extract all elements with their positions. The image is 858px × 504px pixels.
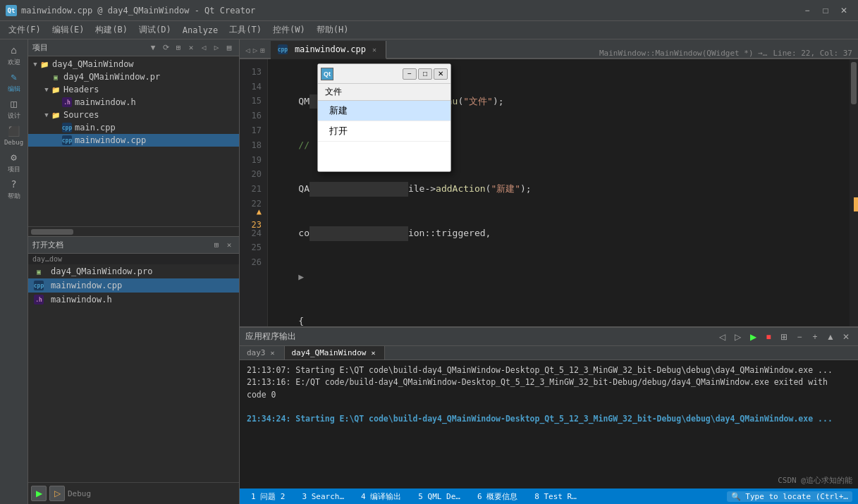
sidebar-item-design[interactable]: ◫ 设计 <box>1 96 27 121</box>
bottom-tab-day3-label: day3 <box>247 348 266 357</box>
tree-item-root[interactable]: ▼ 📁 day4_QMainWindow <box>28 58 239 70</box>
tree-arrow-root: ▼ <box>31 60 39 68</box>
status-tab-qml[interactable]: 5 QML De… <box>412 491 466 503</box>
popup-close[interactable]: ✕ <box>434 68 448 80</box>
debug-label: Debug <box>68 489 91 498</box>
popup-menu-file[interactable]: 文件 <box>321 85 346 99</box>
output-line-4: 21:34:24: Starting E:\QT code\build-day4… <box>247 413 851 425</box>
nav-split-icon[interactable]: ⊞ <box>260 46 265 55</box>
sidebar-item-project[interactable]: ⚙ 项目 <box>1 149 27 175</box>
bottom-tab-day4-close[interactable]: ✕ <box>369 349 377 357</box>
cpp-doc-icon: cpp <box>34 281 44 290</box>
close-panel-icon[interactable]: ✕ <box>185 42 197 54</box>
open-docs-split[interactable]: ⊞ <box>211 240 222 251</box>
tree-item-pro[interactable]: ▣ day4_QMainWindow.pr <box>28 70 239 83</box>
sidebar-item-welcome[interactable]: ⌂ 欢迎 <box>1 42 27 68</box>
split-icon[interactable]: ⊞ <box>173 42 184 54</box>
doc-label-mainwindow-cpp: mainwindow.cpp <box>51 281 122 290</box>
bottom-tab-day4[interactable]: day4_QMainWindow ✕ <box>285 346 386 359</box>
ln-14: 14 <box>243 80 264 94</box>
design-icon: ◫ <box>8 97 20 110</box>
sidebar-item-edit[interactable]: ✎ 编辑 <box>1 69 27 94</box>
open-docs-close[interactable]: ✕ <box>223 240 235 251</box>
tree-label-sources: Sources <box>63 110 99 120</box>
output-line-2: 21:13:16: E:/QT code/build-day4_QMainWin… <box>247 376 851 401</box>
status-tab-test[interactable]: 8 Test R… <box>529 491 582 503</box>
bottom-panel: 应用程序输出 ◁ ▷ ▶ ■ ⊞ − + ▲ ✕ day3 ✕ <box>240 326 858 488</box>
output-stop[interactable]: ■ <box>762 331 775 343</box>
output-minus[interactable]: − <box>793 331 806 343</box>
menu-edit[interactable]: 编辑(E) <box>47 22 90 38</box>
tab-mainwindow-cpp[interactable]: cpp mainwindow.cpp ✕ <box>271 41 386 59</box>
popup-menu-new[interactable]: 新建 <box>318 101 451 121</box>
debug-run-button[interactable]: ▷ <box>49 486 65 501</box>
editor-location-bar: MainWindow::MainWindow(QWidget *) →… Lin… <box>594 49 858 58</box>
ln-18: 18 <box>243 138 264 153</box>
nav-prev-icon[interactable]: ◁ <box>245 46 250 55</box>
popup-menu-open[interactable]: 打开 <box>318 121 451 142</box>
tree-item-sources[interactable]: ▼ 📁 Sources <box>28 109 239 121</box>
tab-close-mainwindow-cpp[interactable]: ✕ <box>370 45 379 54</box>
nav-right-icon[interactable]: ▷ <box>211 42 222 54</box>
locate-input[interactable]: 🔍 Type to locate (Ctrl+… <box>727 491 852 502</box>
doc-item-mainwindow-h[interactable]: .h mainwindow.h <box>28 293 239 307</box>
sidebar-item-help[interactable]: ? 帮助 <box>1 176 27 202</box>
doc-item-pro[interactable]: ▣ day4_QMainWindow.pro <box>28 264 239 278</box>
window-title: mainwindow.cpp @ day4_QMainWindow - Qt C… <box>21 6 255 16</box>
maximize-button[interactable]: □ <box>817 4 834 17</box>
popup-maximize[interactable]: □ <box>418 68 432 80</box>
output-scroll-left[interactable]: ◁ <box>716 331 728 343</box>
filter-icon[interactable]: ▼ <box>147 42 159 54</box>
sidebar-label-project: 项目 <box>8 165 20 174</box>
menu-help[interactable]: 帮助(H) <box>311 22 355 38</box>
menu-analyze[interactable]: Analyze <box>177 23 224 37</box>
nav-left-icon[interactable]: ◁ <box>198 42 209 54</box>
tree-item-mainwindow-cpp[interactable]: cpp mainwindow.cpp <box>28 134 239 147</box>
tree-item-headers[interactable]: ▼ 📁 Headers <box>28 83 239 96</box>
status-tab-issues[interactable]: 1 问题 2 <box>245 490 291 503</box>
sidebar-item-debug[interactable]: ⬛ Debug <box>1 123 27 148</box>
minimize-button[interactable]: − <box>799 4 816 17</box>
close-button[interactable]: ✕ <box>835 4 852 17</box>
tree-item-mainwindow-h[interactable]: .h mainwindow.h <box>28 96 239 109</box>
ln-21: 21 <box>243 182 264 197</box>
open-docs-list: day…dow ▣ day4_QMainWindow.pro cpp mainw… <box>28 254 239 482</box>
editor-scrollbar[interactable] <box>850 59 858 326</box>
status-tab-compile[interactable]: 4 编译输出 <box>355 490 407 503</box>
output-run[interactable]: ▶ <box>747 331 759 343</box>
folder-icon-root: 📁 <box>39 59 49 69</box>
run-button[interactable]: ▶ <box>31 486 47 501</box>
output-add[interactable]: ⊞ <box>778 331 790 343</box>
project-scrollbar-h[interactable] <box>28 226 239 236</box>
status-tab-summary[interactable]: 6 概要信息 <box>472 490 523 503</box>
project-panel-title: 项目 <box>32 42 48 53</box>
nav-next-icon[interactable]: ▷ <box>253 46 258 55</box>
bottom-tab-day3[interactable]: day3 ✕ <box>240 346 285 359</box>
tree-label-main-cpp: main.cpp <box>75 123 116 133</box>
menu-file[interactable]: 文件(F) <box>3 22 47 38</box>
bottom-tab-day4-label: day4_QMainWindow <box>292 348 367 357</box>
output-collapse[interactable]: ▲ <box>824 331 837 343</box>
ln-26: 26 <box>243 255 264 270</box>
doc-item-mainwindow-cpp[interactable]: cpp mainwindow.cpp <box>28 278 239 293</box>
doc-label-pro: day4_QMainWindow.pro <box>51 266 153 276</box>
bottom-panel-title: 应用程序输出 <box>245 331 296 343</box>
menu-tools[interactable]: 工具(T) <box>223 22 267 38</box>
open-docs-panel: 打开文档 ⊞ ✕ day…dow ▣ day4_QMainWindow.pro … <box>28 237 239 504</box>
bottom-tab-day3-close[interactable]: ✕ <box>269 349 277 357</box>
menu-controls[interactable]: 控件(W) <box>267 22 311 38</box>
tree-item-main-cpp[interactable]: cpp main.cpp <box>28 121 239 134</box>
h-icon: .h <box>62 97 72 107</box>
expand-icon[interactable]: ▤ <box>223 42 235 54</box>
menu-build[interactable]: 构建(B) <box>90 22 133 38</box>
output-line-3 <box>247 401 851 413</box>
tree-label-headers: Headers <box>63 85 99 94</box>
sync-icon[interactable]: ⟳ <box>160 42 171 54</box>
output-scroll-right[interactable]: ▷ <box>731 331 744 343</box>
output-plus[interactable]: + <box>809 331 821 343</box>
status-tab-search[interactable]: 3 Search… <box>297 491 350 503</box>
output-close[interactable]: ✕ <box>840 331 852 343</box>
menu-debug[interactable]: 调试(D) <box>133 22 177 38</box>
popup-minimize[interactable]: − <box>403 68 417 80</box>
tree-arrow-mwh <box>54 98 62 106</box>
